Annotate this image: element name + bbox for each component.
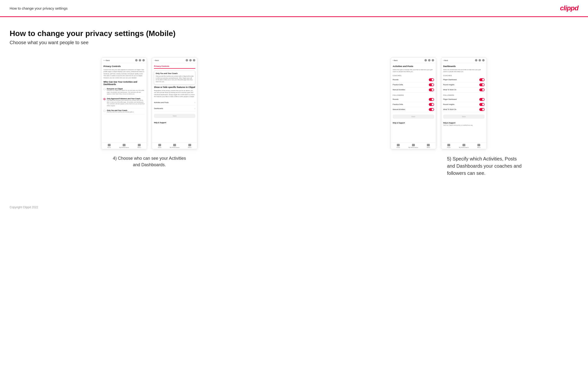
right-caption-area: 5) Specify which Activities, Posts and D…: [299, 155, 579, 177]
followers-manual-row[interactable]: Manual Activities: [393, 107, 434, 112]
profile-icon[interactable]: [139, 59, 141, 61]
page-subtitle: Choose what you want people to see: [10, 40, 578, 45]
nav-performance-label-3: My Performance: [409, 147, 418, 148]
nav-menu-4[interactable]: Menu: [471, 144, 486, 148]
show-hide-desc: Regardless of the privacy controls that …: [154, 90, 195, 98]
nav-menu-1[interactable]: Menu: [132, 144, 147, 148]
nav-menu-2[interactable]: Menu: [182, 144, 198, 148]
coaches-what-to-work-toggle[interactable]: [479, 88, 484, 91]
phone-nav-1: Home My Performance Menu: [102, 142, 147, 149]
performance-icon-4: [462, 144, 465, 146]
back-button-2[interactable]: ‹ Back: [154, 59, 159, 61]
profile-icon-2[interactable]: [189, 59, 192, 61]
header-icons-3: [424, 59, 434, 61]
nav-performance-1[interactable]: My Performance: [117, 144, 132, 148]
right-mockup-group: ‹ Back Activities and Posts Select the t…: [299, 57, 579, 177]
followers-drills-toggle[interactable]: [429, 103, 434, 106]
radio-followers-coach[interactable]: Only Approved Followers and Your Coach O…: [104, 97, 145, 108]
help-support-2: Help & Support: [154, 120, 195, 124]
nav-performance-2[interactable]: My Performance: [167, 144, 182, 148]
settings-icon-3[interactable]: [432, 59, 434, 61]
nav-menu-label-4: Menu: [477, 147, 481, 148]
logo: clippd: [560, 4, 578, 12]
followers-rounds-row[interactable]: Rounds: [393, 97, 434, 102]
followers-round-insights-row[interactable]: Round Insights: [443, 102, 484, 107]
coaches-drills-row[interactable]: Practice Drills: [393, 82, 434, 87]
caption-step4: 4) Choose who can see your Activities an…: [111, 155, 188, 168]
coaches-manual-row[interactable]: Manual Activities: [393, 87, 434, 92]
coaches-round-insights-row[interactable]: Round Insights: [443, 82, 484, 87]
performance-icon-3: [412, 144, 415, 146]
settings-icon[interactable]: [142, 59, 145, 61]
coaches-rounds-toggle[interactable]: [429, 78, 434, 81]
profile-icon-4[interactable]: [479, 59, 481, 61]
radio-label-followers-coach: Only Approved Followers and Your Coach: [107, 98, 145, 100]
radio-circle-followers-coach: [104, 98, 106, 100]
search-icon-3[interactable]: [424, 59, 427, 61]
followers-player-dashboard-toggle[interactable]: [479, 98, 484, 101]
header-icons-1: [135, 59, 145, 61]
coaches-player-dashboard-toggle[interactable]: [479, 78, 484, 81]
dashboards-row[interactable]: Dashboards: [154, 105, 195, 111]
menu-icon-4: [477, 144, 480, 146]
followers-what-to-work-row[interactable]: What To Work On: [443, 107, 484, 112]
chevron-right-activities: [195, 101, 196, 104]
followers-drills-row[interactable]: Practice Drills: [393, 102, 434, 107]
nav-performance-3[interactable]: My Performance: [406, 144, 421, 148]
mockup-section: ‹ < Back Privacy Controls Control how an…: [10, 57, 578, 177]
phone-nav-4: Home My Performance Menu: [441, 142, 486, 149]
back-button-4[interactable]: ‹ Back: [443, 59, 448, 61]
privacy-controls-tab[interactable]: Privacy Controls: [154, 65, 169, 67]
radio-everyone[interactable]: Everyone on Clippd Everyone on Clippd ca…: [104, 87, 145, 97]
activities-posts-row[interactable]: Activities and Posts: [154, 100, 195, 105]
popup-desc: Only you and the coaches you connect wit…: [156, 75, 194, 83]
phone-screen-4: ‹ Back Dashboards Select the dashboards …: [441, 57, 487, 149]
phone-nav-2: Home My Performance Menu: [152, 142, 197, 149]
nav-home-1[interactable]: Home: [102, 144, 117, 148]
profile-icon-3[interactable]: [428, 59, 431, 61]
save-button-2[interactable]: Save: [154, 114, 195, 118]
coaches-manual-toggle[interactable]: [429, 88, 434, 91]
search-icon[interactable]: [135, 59, 138, 61]
nav-performance-label-2: My Performance: [170, 147, 179, 148]
popup-title: Only You and Your Coach: [156, 72, 194, 75]
nav-performance-label-1: My Performance: [119, 147, 129, 148]
coaches-round-insights-toggle[interactable]: [479, 83, 484, 86]
followers-round-insights-toggle[interactable]: [479, 103, 484, 106]
main-content: How to change your privacy settings (Mob…: [0, 17, 588, 201]
followers-manual-toggle[interactable]: [429, 108, 434, 111]
save-button-4[interactable]: Save: [443, 115, 484, 119]
back-button-3[interactable]: ‹ Back: [393, 59, 398, 61]
back-button-1[interactable]: ‹ < Back: [104, 59, 110, 61]
save-button-3[interactable]: Save: [393, 115, 434, 119]
followers-player-dashboard-row[interactable]: Player Dashboard: [443, 97, 484, 102]
phone-nav-3: Home My Performance Menu: [391, 142, 436, 149]
nav-menu-3[interactable]: Menu: [421, 144, 436, 148]
nav-home-2[interactable]: Home: [152, 144, 167, 148]
breadcrumb-title: How to change your privacy settings: [10, 6, 68, 10]
help-support-4: Help & Support: [443, 120, 484, 124]
nav-home-label-3: Home: [397, 147, 400, 148]
followers-label-3: FOLLOWERS: [393, 94, 434, 96]
followers-label-4: FOLLOWERS: [443, 94, 484, 96]
followers-what-to-work-toggle[interactable]: [479, 108, 484, 111]
header-icons-2: [186, 59, 195, 61]
settings-icon-4[interactable]: [482, 59, 484, 61]
nav-home-3[interactable]: Home: [391, 144, 406, 148]
dashboards-desc: Select the dashboards that you'd like to…: [443, 69, 484, 73]
popup-only-you-coach: Only You and Your Coach Only you and the…: [154, 71, 195, 84]
radio-desc-everyone: Everyone on Clippd can search for you an…: [107, 90, 145, 95]
nav-performance-4[interactable]: My Performance: [456, 144, 471, 148]
coaches-drills-toggle[interactable]: [429, 83, 434, 86]
phone-header-2: ‹ Back: [152, 58, 197, 63]
nav-home-4[interactable]: Home: [441, 144, 457, 148]
coaches-label-3: COACHES: [393, 75, 434, 76]
radio-you-coach[interactable]: Only You and Your Coach Only you and the…: [104, 108, 145, 115]
settings-icon-2[interactable]: [193, 59, 195, 61]
followers-rounds-toggle[interactable]: [429, 98, 434, 101]
coaches-rounds-row[interactable]: Rounds: [393, 77, 434, 82]
coaches-what-to-work-row[interactable]: What To Work On: [443, 87, 484, 92]
coaches-player-dashboard-row[interactable]: Player Dashboard: [443, 77, 484, 82]
search-icon-4[interactable]: [475, 59, 477, 61]
search-icon-2[interactable]: [186, 59, 188, 61]
